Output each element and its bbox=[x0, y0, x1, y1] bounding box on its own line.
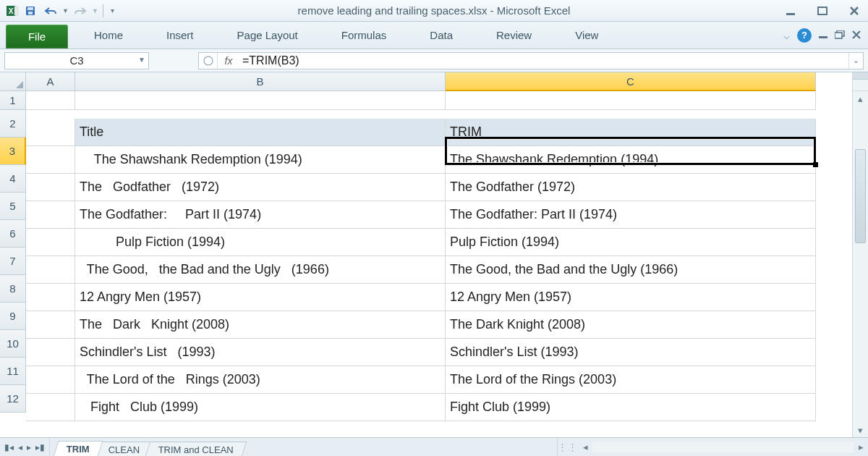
cell[interactable] bbox=[26, 256, 75, 284]
formula-input[interactable] bbox=[239, 54, 848, 67]
row-header-1[interactable]: 1 bbox=[0, 91, 26, 110]
scroll-up-icon[interactable]: ▴ bbox=[858, 91, 863, 106]
sheet-tab-trim[interactable]: TRIM bbox=[53, 441, 103, 456]
qat-customize-icon[interactable]: ▾ bbox=[108, 7, 117, 14]
scroll-right-icon[interactable]: ▸ bbox=[854, 442, 868, 452]
col-header-a[interactable]: A bbox=[26, 72, 75, 91]
name-box[interactable]: C3 ▼ bbox=[4, 52, 149, 69]
minimize-button[interactable] bbox=[783, 4, 799, 17]
cell[interactable] bbox=[26, 201, 75, 229]
cell[interactable]: Schindler's List (1993) bbox=[75, 339, 446, 366]
cell[interactable] bbox=[446, 91, 816, 110]
excel-icon[interactable]: X bbox=[6, 4, 19, 17]
doc-minimize-button[interactable] bbox=[819, 29, 827, 41]
save-button[interactable] bbox=[22, 3, 39, 19]
cell[interactable] bbox=[26, 119, 75, 146]
expand-formula-bar-icon[interactable]: ⌄ bbox=[848, 53, 863, 69]
cell[interactable]: Pulp Fiction (1994) bbox=[446, 229, 816, 256]
tab-review[interactable]: Review bbox=[475, 22, 553, 48]
cell[interactable]: Fight Club (1999) bbox=[75, 394, 446, 421]
cell[interactable]: 12 Angry Men (1957) bbox=[75, 284, 446, 311]
name-box-dropdown-icon[interactable]: ▼ bbox=[138, 56, 145, 64]
cell[interactable] bbox=[26, 394, 75, 421]
cell[interactable] bbox=[26, 229, 75, 256]
horizontal-scrollbar[interactable]: ⋮⋮ ◂ ▸ bbox=[557, 438, 868, 456]
tab-nav-last-icon[interactable]: ▸▮ bbox=[35, 442, 45, 452]
cell[interactable] bbox=[26, 284, 75, 311]
cell[interactable]: 12 Angry Men (1957) bbox=[446, 284, 816, 311]
tab-nav-next-icon[interactable]: ▸ bbox=[27, 442, 31, 452]
cell[interactable] bbox=[26, 174, 75, 201]
row-header-11[interactable]: 11 bbox=[0, 358, 26, 385]
close-button[interactable] bbox=[846, 4, 862, 17]
doc-close-button[interactable] bbox=[852, 29, 861, 41]
cell[interactable]: The Good, the Bad and the Ugly (1966) bbox=[446, 256, 816, 284]
tab-split-handle[interactable]: ⋮⋮ bbox=[558, 442, 578, 452]
tab-home[interactable]: Home bbox=[72, 22, 145, 48]
sheet-tab-clean[interactable]: CLEAN bbox=[95, 442, 153, 456]
cells-area[interactable]: Title TRIM The Shawshank Redemption (199… bbox=[26, 91, 816, 421]
col-header-b[interactable]: B bbox=[75, 72, 446, 91]
scroll-down-icon[interactable]: ▾ bbox=[858, 423, 863, 437]
scroll-thumb[interactable] bbox=[855, 149, 866, 243]
cell-header-title[interactable]: Title bbox=[75, 119, 446, 146]
cell[interactable]: Fight Club (1999) bbox=[446, 394, 816, 421]
row-header-5[interactable]: 5 bbox=[0, 193, 26, 220]
split-box-top[interactable] bbox=[852, 72, 868, 91]
cell[interactable]: The Godfather (1972) bbox=[75, 174, 446, 201]
tab-data[interactable]: Data bbox=[408, 22, 475, 48]
cell[interactable]: The Godfather (1972) bbox=[446, 174, 816, 201]
cell-header-trim[interactable]: TRIM bbox=[446, 119, 816, 146]
fill-handle[interactable] bbox=[813, 162, 818, 167]
cell[interactable]: The Good, the Bad and the Ugly (1966) bbox=[75, 256, 446, 284]
sheet-tab-trim-and-clean[interactable]: TRIM and CLEAN bbox=[145, 442, 247, 456]
cell[interactable] bbox=[75, 91, 446, 110]
cell[interactable]: The Lord of the Rings (2003) bbox=[446, 366, 816, 394]
undo-button[interactable] bbox=[42, 3, 59, 19]
row-header-3[interactable]: 3 bbox=[0, 138, 26, 165]
col-header-c[interactable]: C bbox=[446, 72, 816, 91]
cell[interactable]: Pulp Fiction (1994) bbox=[75, 229, 446, 256]
row-header-10[interactable]: 10 bbox=[0, 330, 26, 358]
row-header-6[interactable]: 6 bbox=[0, 220, 26, 248]
cell[interactable]: The Lord of the Rings (2003) bbox=[75, 366, 446, 394]
tab-insert[interactable]: Insert bbox=[145, 22, 216, 48]
file-tab[interactable]: File bbox=[6, 25, 68, 48]
tab-page-layout[interactable]: Page Layout bbox=[216, 22, 320, 48]
cell[interactable]: Schindler's List (1993) bbox=[446, 339, 816, 366]
cell[interactable]: The Dark Knight (2008) bbox=[75, 311, 446, 339]
cell[interactable] bbox=[26, 311, 75, 339]
cell[interactable] bbox=[26, 91, 75, 110]
maximize-button[interactable] bbox=[814, 4, 830, 17]
cell[interactable]: The Shawshank Redemption (1994) bbox=[75, 146, 446, 174]
tab-nav-first-icon[interactable]: ▮◂ bbox=[4, 442, 14, 452]
row-header-9[interactable]: 9 bbox=[0, 303, 26, 330]
scroll-left-icon[interactable]: ◂ bbox=[578, 442, 592, 452]
redo-dropdown-icon[interactable]: ▼ bbox=[92, 7, 98, 14]
row-header-4[interactable]: 4 bbox=[0, 165, 26, 193]
cell[interactable] bbox=[26, 366, 75, 394]
select-all-corner[interactable] bbox=[0, 72, 26, 91]
row-header-12[interactable]: 12 bbox=[0, 385, 26, 413]
cell[interactable]: The Dark Knight (2008) bbox=[446, 311, 816, 339]
tab-nav-prev-icon[interactable]: ◂ bbox=[18, 442, 22, 452]
tab-formulas[interactable]: Formulas bbox=[320, 22, 409, 48]
cell[interactable]: The Shawshank Redemption (1994) bbox=[446, 146, 816, 174]
row-header-8[interactable]: 8 bbox=[0, 275, 26, 303]
cell[interactable] bbox=[26, 146, 75, 174]
row-header-2[interactable]: 2 bbox=[0, 110, 26, 138]
vertical-scrollbar[interactable]: ▴ ▾ bbox=[852, 91, 868, 437]
cell[interactable] bbox=[26, 339, 75, 366]
undo-dropdown-icon[interactable]: ▼ bbox=[62, 7, 69, 14]
ribbon-minimize-icon[interactable]: ⌵ bbox=[783, 29, 790, 42]
cell[interactable]: The Godfather: Part II (1974) bbox=[75, 201, 446, 229]
row-header-7[interactable]: 7 bbox=[0, 248, 26, 275]
tab-view[interactable]: View bbox=[553, 22, 620, 48]
svg-text:X: X bbox=[9, 7, 14, 15]
doc-restore-button[interactable] bbox=[835, 29, 845, 41]
insert-function-button[interactable] bbox=[199, 53, 218, 69]
cell[interactable]: The Godfather: Part II (1974) bbox=[446, 201, 816, 229]
fx-icon[interactable]: fx bbox=[218, 55, 239, 67]
help-button[interactable]: ? bbox=[797, 28, 812, 43]
redo-button[interactable] bbox=[72, 3, 89, 19]
